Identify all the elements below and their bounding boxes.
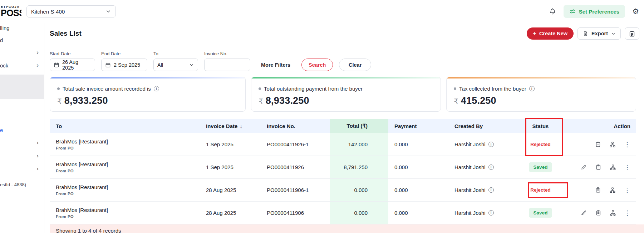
end-date-label: End Date <box>101 51 147 56</box>
notification-bell-icon[interactable] <box>549 8 556 15</box>
table-row: BrahMos [Restaurant] From PO 1 Sep 2025 … <box>50 133 636 156</box>
kebab-menu-button[interactable]: ⋮ <box>621 207 634 219</box>
sidebar-item[interactable]: › <box>0 150 44 162</box>
end-date-group: End Date 2 Sep 2025 <box>101 51 147 71</box>
cell-created-by: Harshit Joshi i <box>448 179 513 201</box>
status-badge: Saved <box>529 208 552 218</box>
kebab-menu-icon: ⋮ <box>624 210 630 216</box>
sidebar-item[interactable]: › <box>0 163 44 175</box>
set-preferences-button[interactable]: Set Preferences <box>564 5 625 18</box>
info-icon[interactable]: i <box>154 86 159 91</box>
sidebar-item-label: e <box>0 127 3 133</box>
plus-icon: + <box>533 30 537 37</box>
records-text: Showing 1 to 4 of 4 records <box>56 228 121 233</box>
cell-action: ⋮ <box>572 179 636 201</box>
sidebar-item[interactable]: › <box>0 46 44 59</box>
workflow-button[interactable] <box>606 139 619 150</box>
workflow-button[interactable] <box>606 184 619 196</box>
workflow-button[interactable] <box>607 207 619 219</box>
copy-invoice-button[interactable] <box>592 184 604 196</box>
edit-button[interactable] <box>578 207 590 219</box>
header-invoice-date[interactable]: Invoice Date ↓ <box>200 119 261 133</box>
created-by-name: Harshit Joshi <box>454 164 486 170</box>
sidebar-item-link[interactable]: e <box>0 124 44 136</box>
table-row: BrahMos [Restaurant] From PO 28 Aug 2025… <box>50 179 636 202</box>
topbar-right: Set Preferences ⚙ <box>549 5 639 18</box>
from-po-badge: From PO <box>56 192 74 196</box>
info-icon[interactable]: i <box>488 210 494 216</box>
settings-gear-icon[interactable]: ⚙ <box>632 7 639 16</box>
card-label: Total sale invoice amount recorded is <box>63 86 151 92</box>
chevron-down-icon <box>611 31 616 36</box>
summary-cards: Total sale invoice amount recorded is i … <box>50 77 636 112</box>
cell-status: Saved <box>513 156 572 178</box>
start-date-input[interactable]: 26 Aug 2025 <box>50 59 95 71</box>
info-icon[interactable]: i <box>488 164 494 170</box>
kebab-menu-icon: ⋮ <box>624 164 630 171</box>
cell-created-by: Harshit Joshi i <box>448 202 513 224</box>
info-icon[interactable]: i <box>529 86 535 91</box>
cell-created-by: Harshit Joshi i <box>448 133 513 156</box>
search-button[interactable]: Search <box>301 59 333 71</box>
edit-button[interactable] <box>578 162 590 173</box>
workflow-button[interactable] <box>607 162 619 173</box>
sidebar-item[interactable]: › <box>0 137 44 149</box>
copy-invoice-button[interactable] <box>593 207 605 219</box>
report-icon-button[interactable] <box>625 27 639 40</box>
invoice-no-input[interactable] <box>208 62 246 68</box>
kebab-menu-icon: ⋮ <box>624 141 630 148</box>
card-outstanding-payment: Total outstanding payment from the buyer… <box>251 77 441 112</box>
sidebar-item-billing[interactable]: lling <box>0 22 44 34</box>
sidebar-item[interactable]: d <box>0 34 44 46</box>
bullet-dot-icon <box>57 87 60 90</box>
sidebar-item-highlighted[interactable] <box>0 75 44 87</box>
header-payment: Payment <box>388 119 448 133</box>
create-new-button[interactable]: + Create New <box>527 27 574 40</box>
invoice-no-label: Invoice No. <box>204 51 250 56</box>
kebab-menu-button[interactable]: ⋮ <box>621 139 633 150</box>
copy-invoice-button[interactable] <box>593 162 605 173</box>
cell-invoice-date: 28 Aug 2025 <box>200 202 261 224</box>
cell-status: Rejected <box>513 179 572 201</box>
cell-to: BrahMos [Restaurant] From PO <box>50 179 200 201</box>
header-to: To <box>50 119 200 133</box>
info-icon[interactable]: i <box>488 187 494 193</box>
cell-total: 142.000 <box>330 133 388 156</box>
sidebar-item-stock[interactable]: ock › <box>0 59 44 71</box>
outlet-selector[interactable]: Kitchen S-400 <box>26 5 116 17</box>
cell-payment: 0.000 <box>388 133 448 156</box>
end-date-input[interactable]: 2 Sep 2025 <box>101 59 147 71</box>
info-icon[interactable]: i <box>488 142 494 147</box>
cell-invoice-no: PO0000411926 <box>261 156 330 178</box>
from-po-badge: From PO <box>56 146 74 150</box>
cell-to: BrahMos [Restaurant] From PO <box>50 156 200 178</box>
sidebar-item-testid[interactable]: estId - 4838) <box>0 178 44 191</box>
kebab-menu-button[interactable]: ⋮ <box>621 184 633 196</box>
cell-payment: 0.000 <box>388 179 448 201</box>
from-po-badge: From PO <box>56 169 74 173</box>
sort-desc-icon: ↓ <box>240 123 242 129</box>
cell-payment: 0.000 <box>388 156 448 178</box>
cell-invoice-date: 1 Sep 2025 <box>200 133 261 156</box>
rupee-symbol: ₹ <box>57 97 62 106</box>
cell-action: ⋮ <box>572 133 636 156</box>
clear-button[interactable]: Clear <box>339 59 371 71</box>
cell-to: BrahMos [Restaurant] From PO <box>50 133 200 156</box>
kebab-menu-button[interactable]: ⋮ <box>621 162 634 173</box>
to-filter-select[interactable]: All <box>153 59 198 71</box>
rupee-symbol: ₹ <box>454 97 458 106</box>
export-button[interactable]: Export <box>577 27 621 40</box>
header-action: Action <box>572 119 636 133</box>
chevron-right-icon: › <box>36 62 39 69</box>
sidebar-item-label: ock <box>0 62 8 69</box>
page-title: Sales List <box>50 30 82 37</box>
cell-invoice-no: PO0000411906 <box>261 202 330 224</box>
more-filters-button[interactable]: More Filters <box>261 59 290 71</box>
copy-invoice-button[interactable] <box>592 139 604 150</box>
card-amount-row: ₹ 415.250 <box>454 95 629 106</box>
sidebar-item-highlighted[interactable] <box>0 87 44 99</box>
card-amount-row: ₹ 8,933.250 <box>57 95 238 106</box>
filters-bar: Start Date 26 Aug 2025 End Date 2 Sep 20… <box>50 51 644 71</box>
header-status: Status <box>513 119 572 133</box>
to-name: BrahMos [Restaurant] <box>56 161 108 167</box>
